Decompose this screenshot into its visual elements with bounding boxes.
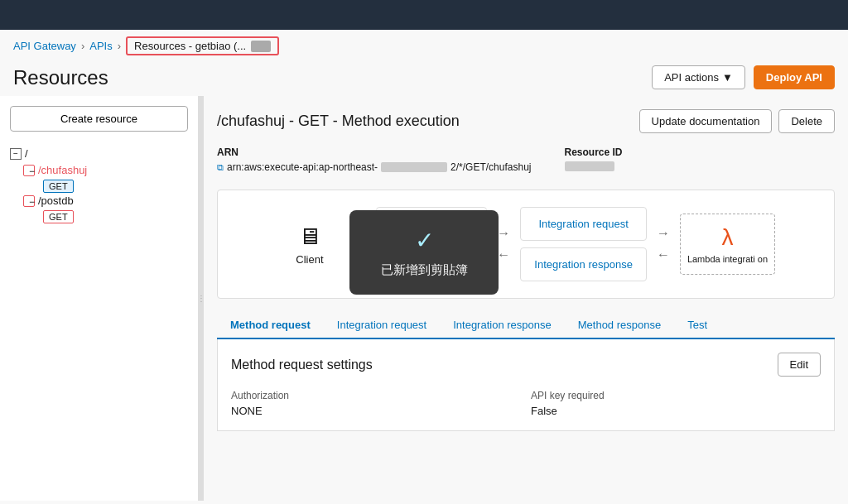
- settings-grid: Authorization NONE API key required Fals…: [231, 390, 821, 417]
- lambda-icon: λ: [721, 224, 733, 251]
- resource-id-label: Resource ID: [565, 146, 623, 158]
- client-label: Client: [296, 253, 323, 266]
- tab-test[interactable]: Test: [674, 312, 720, 339]
- tab-integration-request-label: Integration request: [337, 319, 426, 331]
- lambda-box: λ Lambda integrati on: [680, 214, 775, 275]
- create-resource-button[interactable]: Create resource: [10, 106, 188, 132]
- client-box: 🖥 Client: [277, 223, 343, 266]
- api-actions-button[interactable]: API actions ▼: [652, 65, 745, 89]
- toast-text: 已新增到剪貼簿: [381, 262, 468, 278]
- breadcrumb-icon-blurred: [251, 41, 271, 52]
- tab-integration-request[interactable]: Integration request: [324, 312, 440, 339]
- header-actions: API actions ▼ Deploy API: [652, 65, 835, 89]
- copy-icon[interactable]: ⧉: [217, 162, 224, 173]
- breadcrumb-sep-2: ›: [118, 40, 121, 52]
- authorization-item: Authorization NONE: [231, 390, 521, 417]
- tab-method-request[interactable]: Method request: [217, 312, 324, 339]
- breadcrumb: API Gateway › APIs › Resources - getbiao…: [0, 30, 848, 62]
- execution-actions: Update documentation Delete: [639, 109, 835, 133]
- main-content: /chufashuj - GET - Method execution Upda…: [204, 96, 848, 501]
- flow-diagram: 🖥 Client → ← Method request Method respo…: [217, 190, 835, 299]
- tab-method-request-label: Method request: [230, 319, 311, 331]
- resource-label-postdb: /postdb: [38, 194, 74, 207]
- settings-title: Method request settings: [231, 358, 373, 372]
- tree-item-chufashuj: − /chufashuj GET: [23, 162, 188, 193]
- api-key-label: API key required: [531, 390, 821, 401]
- resource-id-value: [565, 161, 623, 171]
- sidebar: Create resource − / − /chufashuj GET − /…: [0, 96, 199, 501]
- api-key-item: API key required False: [531, 390, 821, 417]
- update-documentation-button[interactable]: Update documentation: [639, 109, 773, 133]
- resource-postdb[interactable]: − /postdb: [23, 193, 188, 209]
- tabs-bar: Method request Integration request Integ…: [217, 312, 835, 339]
- tree-item-postdb: − /postdb GET: [23, 193, 188, 223]
- tab-method-response[interactable]: Method response: [565, 312, 674, 339]
- toast-overlay: ✓ 已新增到剪貼簿: [349, 210, 499, 295]
- authorization-value: NONE: [231, 405, 521, 417]
- expand-icon-chufashuj: −: [23, 165, 35, 176]
- tab-test-label: Test: [687, 319, 707, 331]
- arn-item: ARN ⧉ arn:aws:execute-api:ap-northeast- …: [217, 146, 532, 173]
- api-key-value: False: [531, 405, 821, 417]
- resource-label-chufashuj: /chufashuj: [38, 164, 87, 176]
- deploy-api-button[interactable]: Deploy API: [754, 65, 835, 89]
- execution-title: /chufashuj - GET - Method execution: [217, 113, 460, 130]
- breadcrumb-current[interactable]: Resources - getbiao (...: [126, 36, 279, 55]
- top-bar: [0, 0, 848, 30]
- arn-prefix: arn:aws:execute-api:ap-northeast-: [227, 161, 378, 173]
- breadcrumb-api-gateway[interactable]: API Gateway: [13, 40, 76, 52]
- toast: ✓ 已新增到剪貼簿: [349, 210, 499, 295]
- authorization-label: Authorization: [231, 390, 521, 401]
- expand-icon-postdb: −: [23, 195, 35, 207]
- integration-column: Integration request Integration response: [520, 207, 647, 281]
- arrow-right-3: →: [650, 226, 677, 241]
- content-layout: Create resource − / − /chufashuj GET − /…: [0, 96, 848, 501]
- edit-button[interactable]: Edit: [778, 353, 821, 377]
- resource-id-item: Resource ID: [565, 146, 623, 173]
- arn-suffix: 2/*/GET/chufashuj: [450, 161, 531, 173]
- arn-value: ⧉ arn:aws:execute-api:ap-northeast- 2/*/…: [217, 161, 532, 173]
- lambda-label: Lambda integrati on: [687, 254, 768, 264]
- toast-check-icon: ✓: [415, 227, 434, 254]
- page-title: Resources: [13, 66, 108, 89]
- arn-label: ARN: [217, 146, 532, 158]
- meta-section: ARN ⧉ arn:aws:execute-api:ap-northeast- …: [217, 146, 835, 173]
- tab-integration-response[interactable]: Integration response: [440, 312, 565, 339]
- tab-method-response-label: Method response: [578, 319, 661, 331]
- method-get-chufashuj[interactable]: GET: [43, 180, 74, 193]
- root-label: /: [25, 147, 28, 160]
- breadcrumb-apis[interactable]: APIs: [89, 40, 112, 52]
- api-actions-label: API actions: [664, 71, 719, 84]
- delete-button[interactable]: Delete: [778, 109, 835, 133]
- arrow-left-3: ←: [650, 247, 677, 262]
- settings-header: Method request settings Edit: [231, 353, 821, 377]
- resource-chufashuj[interactable]: − /chufashuj: [23, 162, 188, 178]
- execution-header: /chufashuj - GET - Method execution Upda…: [217, 109, 835, 133]
- flow-arrows-col3: → ←: [650, 226, 677, 262]
- breadcrumb-current-text: Resources - getbiao (...: [134, 40, 246, 52]
- chevron-down-icon: ▼: [722, 71, 733, 84]
- settings-panel: Method request settings Edit Authorizati…: [217, 339, 835, 431]
- tree-root[interactable]: − /: [10, 145, 188, 162]
- resource-tree: − / − /chufashuj GET − /postdb GET: [10, 145, 188, 223]
- resource-id-blurred: [565, 161, 614, 171]
- client-icon: 🖥: [298, 223, 321, 250]
- expand-icon-root: −: [10, 148, 22, 160]
- integration-response-box[interactable]: Integration response: [520, 247, 647, 281]
- breadcrumb-sep-1: ›: [81, 40, 84, 52]
- arn-blurred-1: [381, 162, 447, 172]
- integration-request-box[interactable]: Integration request: [520, 207, 647, 241]
- page-header: Resources API actions ▼ Deploy API: [0, 62, 848, 96]
- integration-response-link[interactable]: Integration response: [534, 258, 633, 271]
- integration-request-link[interactable]: Integration request: [538, 218, 628, 230]
- method-get-postdb[interactable]: GET: [43, 210, 74, 223]
- tab-integration-response-label: Integration response: [453, 319, 552, 331]
